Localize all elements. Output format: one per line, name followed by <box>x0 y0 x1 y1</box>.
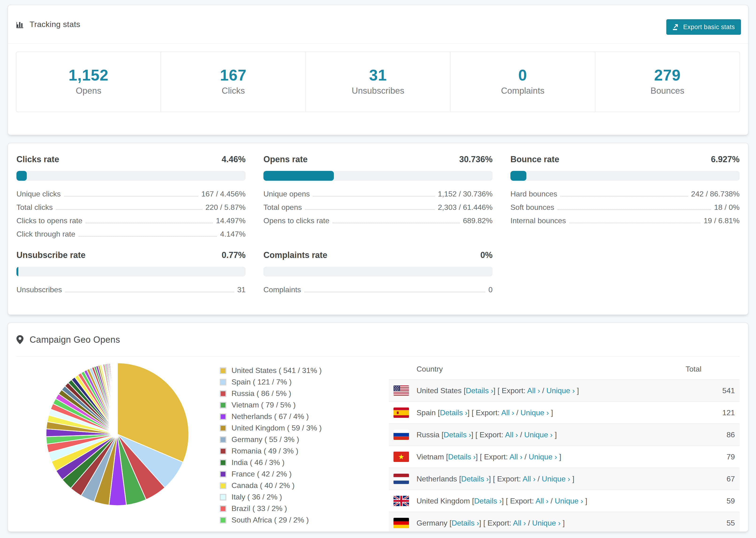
export-all-link[interactable]: All › <box>513 519 526 527</box>
stat-box: 31 Unsubscribes <box>306 52 451 112</box>
legend-swatch <box>220 436 226 443</box>
country-name: United States <box>416 386 461 395</box>
geo-table-row: Netherlands [Details ›] [ Export: All › … <box>389 467 739 490</box>
page-title: Tracking stats <box>29 20 80 29</box>
stat-label: Clicks <box>161 86 305 96</box>
legend-label: Russia ( 86 / 5% ) <box>232 389 291 398</box>
legend-swatch <box>220 390 226 397</box>
export-all-link[interactable]: All › <box>501 408 514 417</box>
rate-details: Unique opens 1,152 / 30.736% Total opens… <box>263 190 493 225</box>
detail-value: 689.82% <box>463 216 493 225</box>
detail-label: Unsubscribes <box>17 286 62 294</box>
bar-chart-icon <box>17 20 25 28</box>
details-link[interactable]: Details › <box>440 408 467 417</box>
legend-swatch <box>220 448 226 455</box>
detail-value: 2,303 / 61.446% <box>438 203 493 212</box>
country-flag-icon <box>394 452 409 462</box>
export-unique-link[interactable]: Unique › <box>546 386 575 395</box>
dashboard-page: Tracking stats Export basic stats 1,152 … <box>0 0 756 538</box>
export-label: Export: <box>476 408 502 417</box>
export-unique-link[interactable]: Unique › <box>532 519 561 527</box>
country-cell: Russia [Details ›] [ Export: All › / Uni… <box>416 430 727 439</box>
export-unique-link[interactable]: Unique › <box>520 408 549 417</box>
dotted-leader <box>56 209 202 210</box>
details-link[interactable]: Details › <box>466 386 493 395</box>
detail-label: Unique clicks <box>17 190 61 198</box>
legend-swatch <box>220 517 226 523</box>
detail-label: Complaints <box>263 286 301 294</box>
geo-content: United States ( 541 / 31% ) Spain ( 121 … <box>17 359 739 532</box>
rate-block: Opens rate 30.736% Unique opens 1,152 / … <box>263 154 493 239</box>
detail-value: 4.147% <box>220 230 245 239</box>
geo-table-row: Spain [Details ›] [ Export: All › / Uniq… <box>389 402 739 423</box>
legend-label: United States ( 541 / 31% ) <box>232 366 322 375</box>
total-column-header: Total <box>685 365 735 373</box>
dotted-leader <box>79 236 217 237</box>
export-unique-link[interactable]: Unique › <box>542 475 570 483</box>
country-total: 121 <box>723 408 735 417</box>
dotted-leader <box>569 223 700 223</box>
legend-item: France ( 42 / 2% ) <box>220 470 361 478</box>
country-cell: United Kingdom [Details ›] [ Export: All… <box>416 497 727 506</box>
export-unique-link[interactable]: Unique › <box>555 497 583 505</box>
legend-label: India ( 46 / 3% ) <box>232 458 285 467</box>
export-label: Export: <box>484 453 510 461</box>
country-flag-icon <box>394 407 409 418</box>
legend-item: Russia ( 86 / 5% ) <box>220 389 361 398</box>
geo-table: Country Total United States [Details ›] … <box>389 359 739 532</box>
country-total: 67 <box>727 475 735 483</box>
legend-label: Vietnam ( 79 / 5% ) <box>232 401 296 409</box>
country-name: Spain <box>416 408 436 417</box>
export-label: Export: <box>497 475 523 483</box>
stat-box: 279 Bounces <box>595 52 739 112</box>
export-all-link[interactable]: All › <box>510 453 522 461</box>
rate-details: Unique clicks 167 / 4.456% Total clicks … <box>17 190 245 239</box>
rate-title: Clicks rate <box>17 154 59 164</box>
stat-value: 279 <box>595 66 739 84</box>
export-all-link[interactable]: All › <box>527 386 540 395</box>
country-column-header: Country <box>394 365 685 373</box>
export-label: Export: <box>510 497 536 505</box>
detail-label: Total opens <box>263 203 302 212</box>
country-cell: United States [Details ›] [ Export: All … <box>416 386 723 395</box>
dotted-leader <box>304 292 485 292</box>
export-unique-link[interactable]: Unique › <box>529 453 557 461</box>
rate-block: Clicks rate 4.46% Unique clicks 167 / 4.… <box>17 154 245 239</box>
country-flag-icon <box>394 496 409 506</box>
details-link[interactable]: Details › <box>448 453 476 461</box>
legend-swatch <box>220 506 226 512</box>
export-all-link[interactable]: All › <box>536 497 549 505</box>
rate-detail-row: Unique clicks 167 / 4.456% <box>17 190 245 198</box>
detail-label: Soft bounces <box>511 203 554 212</box>
stat-value: 0 <box>451 66 595 84</box>
legend-item: Netherlands ( 67 / 4% ) <box>220 412 361 421</box>
dotted-leader <box>305 209 435 210</box>
detail-label: Hard bounces <box>511 190 557 198</box>
geo-section-header: Campaign Geo Opens <box>17 323 739 357</box>
export-all-link[interactable]: All › <box>505 430 518 439</box>
details-link[interactable]: Details › <box>444 430 471 439</box>
rate-detail-row: Internal bounces 19 / 6.81% <box>511 216 739 225</box>
rate-detail-row: Clicks to opens rate 14.497% <box>17 216 245 225</box>
legend-item: Italy ( 36 / 2% ) <box>220 493 361 501</box>
rate-value: 6.927% <box>711 154 739 164</box>
dotted-leader <box>64 196 198 196</box>
export-basic-stats-button[interactable]: Export basic stats <box>666 19 741 35</box>
legend-label: Brazil ( 33 / 2% ) <box>232 504 287 513</box>
export-unique-link[interactable]: Unique › <box>524 430 553 439</box>
rate-detail-row: Unique opens 1,152 / 30.736% <box>263 190 493 198</box>
dotted-leader <box>561 196 688 196</box>
country-name: United Kingdom <box>416 497 470 505</box>
stat-value: 1,152 <box>17 66 161 84</box>
geo-table-header: Country Total <box>389 359 739 379</box>
country-name: Vietnam <box>416 453 444 461</box>
details-link[interactable]: Details › <box>452 519 479 527</box>
rate-progress-bar <box>17 267 245 277</box>
details-link[interactable]: Details › <box>474 497 502 505</box>
export-all-link[interactable]: All › <box>523 475 536 483</box>
rate-detail-row: Complaints 0 <box>263 286 493 294</box>
rate-value: 30.736% <box>459 154 493 164</box>
country-cell: Germany [Details ›] [ Export: All › / Un… <box>416 519 727 527</box>
details-link[interactable]: Details › <box>461 475 489 483</box>
legend-item: Germany ( 55 / 3% ) <box>220 435 361 444</box>
